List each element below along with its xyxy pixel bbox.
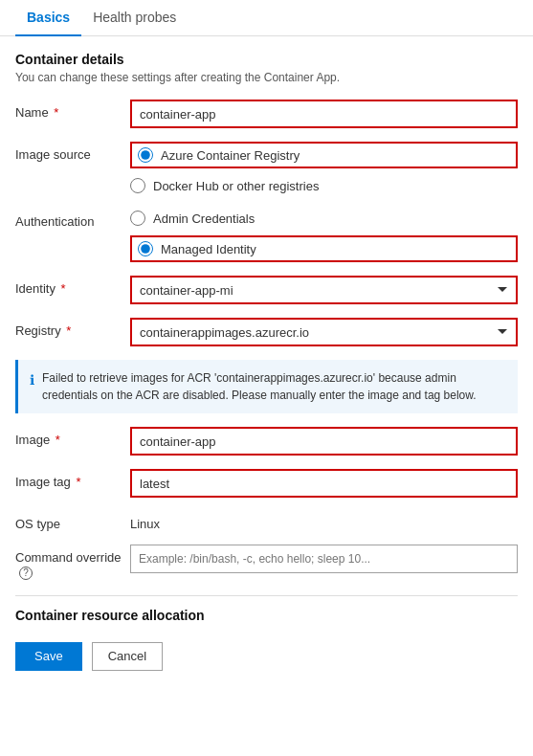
- tab-health-probes[interactable]: Health probes: [81, 0, 188, 36]
- image-tag-label: Image tag *: [15, 469, 130, 489]
- auth-managed-option[interactable]: Managed Identity: [130, 235, 518, 262]
- resource-section-title: Container resource allocation: [15, 608, 518, 623]
- image-source-control: Azure Container Registry Docker Hub or o…: [130, 142, 518, 195]
- auth-managed-radio[interactable]: [138, 241, 153, 256]
- image-source-row: Image source Azure Container Registry Do…: [15, 142, 518, 195]
- image-tag-required: *: [73, 475, 81, 489]
- image-source-docker-radio[interactable]: [130, 178, 145, 193]
- image-source-label: Image source: [15, 142, 130, 162]
- os-type-control: Linux: [130, 511, 518, 531]
- registry-dropdown[interactable]: containerappimages.azurecr.io: [130, 318, 518, 346]
- authentication-row: Authentication Admin Credentials Managed…: [15, 209, 518, 262]
- tab-bar: Basics Health probes: [0, 0, 533, 36]
- image-source-docker-option[interactable]: Docker Hub or other registries: [130, 176, 518, 195]
- footer-buttons: Save Cancel: [15, 642, 518, 671]
- name-label: Name *: [15, 100, 130, 120]
- image-source-docker-label: Docker Hub or other registries: [153, 179, 319, 193]
- name-required: *: [51, 105, 59, 120]
- registry-label: Registry *: [15, 318, 130, 338]
- image-control: [130, 427, 518, 456]
- registry-row: Registry * containerappimages.azurecr.io: [15, 318, 518, 346]
- auth-managed-label: Managed Identity: [161, 242, 256, 256]
- os-type-label: OS type: [15, 511, 130, 531]
- authentication-label: Authentication: [15, 209, 130, 229]
- auth-admin-option[interactable]: Admin Credentials: [130, 209, 518, 228]
- registry-required: *: [63, 323, 72, 338]
- identity-label: Identity *: [15, 276, 130, 296]
- main-content: Container details You can change these s…: [0, 52, 533, 686]
- authentication-radio-group: Admin Credentials Managed Identity: [130, 209, 518, 262]
- info-message: Failed to retrieve images for ACR 'conta…: [42, 369, 506, 404]
- auth-admin-radio[interactable]: [130, 211, 145, 226]
- name-control: [130, 100, 518, 128]
- command-override-help-icon[interactable]: ?: [19, 567, 33, 580]
- identity-row: Identity * container-app-mi: [15, 276, 518, 304]
- os-type-value: Linux: [130, 511, 518, 531]
- name-row: Name *: [15, 100, 518, 128]
- registry-control: containerappimages.azurecr.io: [130, 318, 518, 346]
- info-box: ℹ Failed to retrieve images for ACR 'con…: [15, 360, 518, 413]
- info-icon: ℹ: [30, 370, 34, 390]
- tab-basics[interactable]: Basics: [15, 0, 81, 36]
- identity-required: *: [57, 281, 66, 296]
- image-source-acr-radio[interactable]: [138, 147, 153, 163]
- image-input[interactable]: [130, 427, 518, 456]
- authentication-control: Admin Credentials Managed Identity: [130, 209, 518, 262]
- section-description: You can change these settings after crea…: [15, 71, 518, 84]
- name-input[interactable]: [130, 100, 518, 128]
- image-source-acr-option[interactable]: Azure Container Registry: [130, 142, 518, 168]
- command-override-control: [130, 545, 518, 573]
- image-label: Image *: [15, 427, 130, 447]
- section-title: Container details: [15, 52, 518, 67]
- image-required: *: [52, 433, 60, 447]
- cancel-button[interactable]: Cancel: [92, 642, 163, 671]
- image-source-radio-group: Azure Container Registry Docker Hub or o…: [130, 142, 518, 195]
- os-type-row: OS type Linux: [15, 511, 518, 531]
- image-tag-row: Image tag *: [15, 469, 518, 498]
- save-button[interactable]: Save: [15, 642, 82, 671]
- image-tag-input[interactable]: [130, 469, 518, 498]
- command-override-row: Command override ?: [15, 545, 518, 580]
- image-tag-control: [130, 469, 518, 498]
- identity-control: container-app-mi: [130, 276, 518, 304]
- auth-admin-label: Admin Credentials: [153, 211, 255, 226]
- command-override-input[interactable]: [130, 545, 518, 573]
- command-override-label: Command override ?: [15, 545, 130, 580]
- image-source-acr-label: Azure Container Registry: [161, 148, 300, 163]
- section-divider: [15, 595, 518, 596]
- identity-dropdown[interactable]: container-app-mi: [130, 276, 518, 304]
- image-row: Image *: [15, 427, 518, 456]
